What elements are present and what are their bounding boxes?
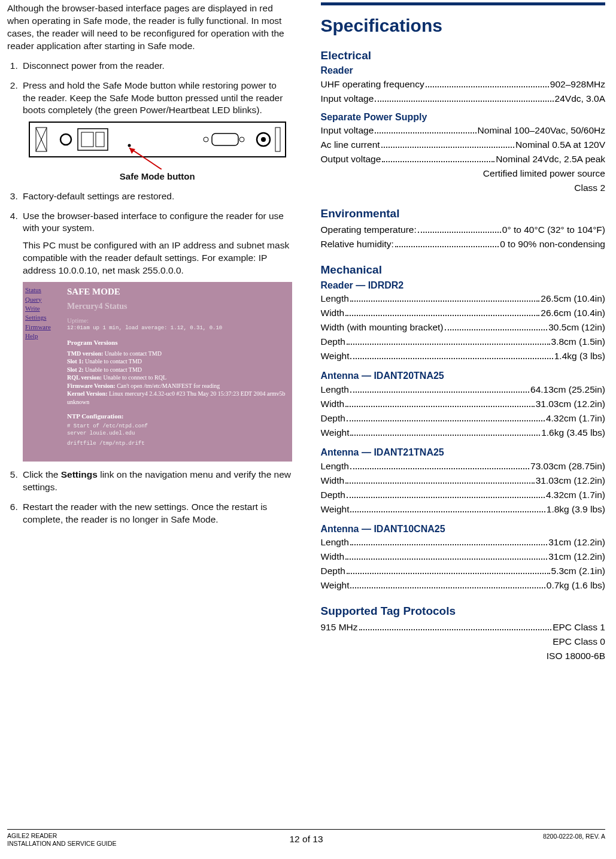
dots-leader bbox=[347, 566, 550, 574]
safe-mode-line: Kernel Version: Linux mercury4 2.4.32-uc… bbox=[67, 390, 287, 406]
spec-label: Width bbox=[321, 550, 345, 564]
right-column: Specifications Electrical Reader UHF ope… bbox=[321, 2, 606, 674]
intro-paragraph: Although the browser-based interface pag… bbox=[7, 2, 292, 53]
spec-value: 24Vdc, 3.0A bbox=[555, 92, 605, 106]
spec-label: Output voltage bbox=[321, 152, 381, 166]
spec-value: 73.03cm (28.75in) bbox=[530, 459, 605, 473]
spec-label: Depth bbox=[321, 335, 345, 349]
step-2-text: Press and hold the Safe Mode button whil… bbox=[23, 80, 283, 116]
spec-value: 1.6kg (3.45 lbs) bbox=[541, 426, 605, 440]
svg-point-4 bbox=[60, 134, 71, 145]
spec-value: 0.7kg (1.6 lbs) bbox=[547, 578, 605, 593]
spec-label: Length bbox=[321, 459, 349, 473]
sps-title: Separate Power Supply bbox=[321, 111, 606, 124]
ntp-header: NTP Configuration: bbox=[67, 412, 287, 421]
spec-value: 31cm (12.2in) bbox=[548, 535, 605, 550]
spec-value: 5.3cm (2.1in) bbox=[551, 564, 605, 578]
safe-mode-nav-item: Status bbox=[25, 286, 60, 295]
dots-leader bbox=[350, 427, 540, 436]
mechanical-group-title: Antenna — IDANT20TNA25 bbox=[321, 369, 606, 383]
safe-mode-line: Slot 2: Unable to contact TMD bbox=[67, 366, 287, 374]
mechanical-group-title: Antenna — IDANT10CNA25 bbox=[321, 523, 606, 536]
step-1-text: Disconnect power from the reader. bbox=[23, 60, 165, 71]
step-4-text: Use the browser-based interface to confi… bbox=[23, 211, 284, 233]
svg-point-8 bbox=[128, 144, 131, 147]
step-4b-text: This PC must be configured with an IP ad… bbox=[23, 239, 292, 277]
dots-leader bbox=[375, 125, 476, 133]
spec-value: 0 to 90% non-condensing bbox=[500, 237, 605, 251]
svg-point-9 bbox=[204, 137, 208, 142]
dots-leader bbox=[345, 308, 539, 316]
spec-label: Depth bbox=[321, 411, 345, 426]
environmental-title: Environmental bbox=[321, 206, 606, 221]
spec-value: 1.4kg (3 lbs) bbox=[554, 349, 605, 363]
spec-label: UHF operating frequency bbox=[321, 77, 424, 92]
dots-leader bbox=[350, 537, 547, 545]
step-5-bold: Settings bbox=[61, 469, 98, 479]
spec-label: Weight bbox=[321, 426, 350, 440]
dots-leader bbox=[445, 322, 548, 330]
safe-mode-nav-item: Write bbox=[25, 304, 60, 313]
spec-row: Width26.6cm (10.4in) bbox=[321, 306, 606, 320]
reader-figure: Safe Mode button bbox=[23, 122, 292, 183]
spec-row: Depth4.32cm (1.7in) bbox=[321, 411, 606, 426]
dots-leader bbox=[350, 461, 529, 469]
step-3-text: Factory-default settings are restored. bbox=[23, 191, 174, 201]
spec-value: 26.5cm (10.4in) bbox=[541, 292, 605, 306]
safe-mode-title: SAFE MODE bbox=[67, 286, 287, 298]
svg-rect-10 bbox=[212, 133, 238, 145]
spec-value: EPC Class 1 bbox=[553, 620, 605, 635]
mechanical-group-title: Antenna — IDANT21TNA25 bbox=[321, 446, 606, 459]
spec-label: Width bbox=[321, 397, 345, 411]
program-versions-header: Program Versions bbox=[67, 338, 287, 347]
dots-leader bbox=[345, 475, 535, 484]
spec-row: 915 MHzEPC Class 1 bbox=[321, 620, 606, 635]
electrical-block: Electrical Reader UHF operating frequenc… bbox=[321, 48, 606, 196]
spec-row: Depth3.8cm (1.5in) bbox=[321, 335, 606, 349]
spec-row: Width31.03cm (12.2in) bbox=[321, 397, 606, 411]
spec-row: Weight1.6kg (3.45 lbs) bbox=[321, 426, 606, 440]
spec-label: Width (with mounting bracket) bbox=[321, 320, 444, 335]
svg-rect-6 bbox=[81, 132, 93, 147]
reader-title: Reader bbox=[321, 64, 606, 77]
uptime-line: 12:01am up 1 min, load average: 1.12, 0.… bbox=[67, 325, 287, 332]
step-2: Press and hold the Safe Mode button whil… bbox=[20, 80, 292, 183]
spec-value: 26.6cm (10.4in) bbox=[541, 306, 605, 320]
ntp-line-2: server louie.udel.edu bbox=[67, 430, 287, 438]
electrical-title: Electrical bbox=[321, 48, 606, 63]
environmental-block: Environmental Operating temperature:0° t… bbox=[321, 206, 606, 251]
dots-leader bbox=[350, 351, 553, 359]
spec-value: 31.03cm (12.2in) bbox=[536, 397, 605, 411]
safe-mode-line: TMD version: Unable to contact TMD bbox=[67, 350, 287, 358]
safe-mode-nav-item: Firmware bbox=[25, 323, 60, 332]
steps-list: Disconnect power from the reader. Press … bbox=[7, 60, 292, 526]
safe-mode-nav: StatusQueryWriteSettingsFirmwareHelp bbox=[23, 282, 62, 462]
step-4: Use the browser-based interface to confi… bbox=[20, 210, 292, 462]
footer-page-number: 12 of 13 bbox=[7, 833, 605, 846]
safe-mode-subtitle: Mercury4 Status bbox=[67, 301, 287, 312]
header-rule bbox=[321, 2, 606, 5]
ntp-line-3: driftfile /tmp/ntp.drift bbox=[67, 441, 287, 448]
spec-row: Relative humidity:0 to 90% non-condensin… bbox=[321, 237, 606, 251]
page-footer: AGILE2 READER INSTALLATION AND SERVICE G… bbox=[7, 829, 605, 848]
svg-point-11 bbox=[239, 137, 244, 142]
spec-row: Ac line currentNominal 0.5A at 120V bbox=[321, 138, 606, 152]
spec-row: Input voltageNominal 100–240Vac, 50/60Hz bbox=[321, 123, 606, 138]
spec-value: 4.32cm (1.7in) bbox=[546, 411, 605, 426]
spec-row: Operating temperature:0° to 40°C (32° to… bbox=[321, 223, 606, 237]
step-5-pre: Click the bbox=[23, 469, 61, 479]
spec-label: Operating temperature: bbox=[321, 223, 417, 237]
spec-row: Weight1.4kg (3 lbs) bbox=[321, 349, 606, 363]
spec-right-only: Certified limited power source bbox=[321, 166, 606, 181]
spec-row: Input voltage24Vdc, 3.0A bbox=[321, 92, 606, 106]
spec-row: Weight1.8kg (3.9 lbs) bbox=[321, 502, 606, 517]
dots-leader bbox=[426, 79, 549, 87]
step-3: Factory-default settings are restored. bbox=[20, 190, 292, 203]
svg-point-13 bbox=[261, 137, 266, 142]
spec-label: Length bbox=[321, 535, 349, 550]
spec-value: Nominal 0.5A at 120V bbox=[515, 138, 605, 152]
spec-right-only: EPC Class 0 bbox=[321, 635, 606, 649]
protocols-block: Supported Tag Protocols 915 MHzEPC Class… bbox=[321, 603, 606, 663]
spec-label: Length bbox=[321, 383, 349, 397]
spec-row: Depth5.3cm (2.1in) bbox=[321, 564, 606, 578]
